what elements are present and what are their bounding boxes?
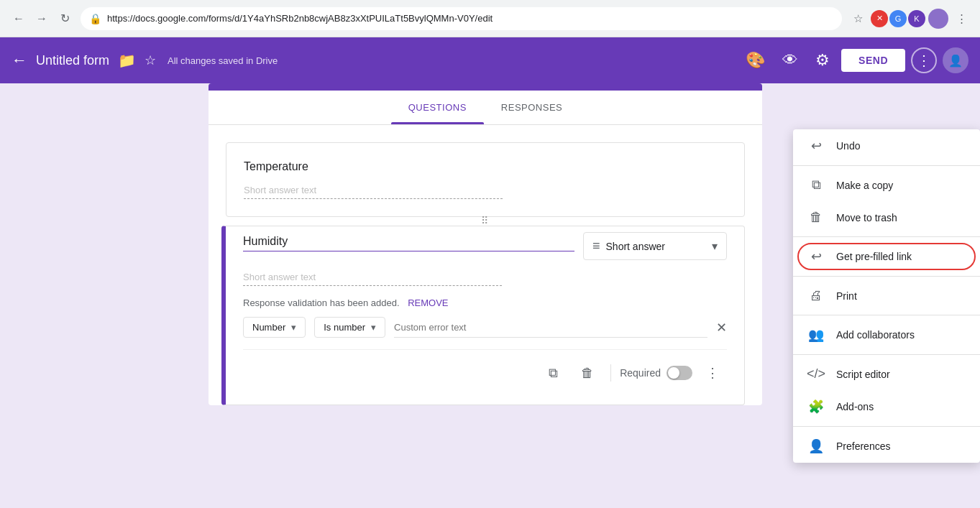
bookmark-button[interactable]: ☆ <box>848 9 868 29</box>
collaborators-label: Add collaborators <box>836 329 915 341</box>
back-button[interactable]: ← <box>9 9 29 29</box>
clear-validation-button[interactable]: ✕ <box>716 320 727 336</box>
left-panel <box>0 83 209 508</box>
number-type-arrow: ▾ <box>291 322 296 333</box>
collaborators-icon: 👥 <box>807 327 825 343</box>
menu-item-trash[interactable]: 🗑 Move to trash <box>793 201 980 234</box>
question-more-button[interactable]: ⋮ <box>698 359 727 387</box>
lock-icon: 🔒 <box>89 13 101 24</box>
menu-divider-2 <box>793 236 980 237</box>
question1-title: Temperature <box>244 160 727 173</box>
question-type-selector[interactable]: ≡ Short answer ▾ <box>583 232 727 260</box>
delete-question-button[interactable]: 🗑 <box>573 359 602 387</box>
selector-dropdown-icon: ▾ <box>712 239 718 253</box>
menu-item-undo[interactable]: ↩ Undo <box>793 129 980 162</box>
tab-questions[interactable]: QUESTIONS <box>391 91 484 124</box>
prefilled-label: Get pre-filled link <box>836 251 912 262</box>
condition-dropdown[interactable]: Is number ▾ <box>314 317 385 338</box>
form-panel: QUESTIONS RESPONSES Temperature Short an… <box>209 83 762 405</box>
back-to-forms-button[interactable]: ← <box>12 51 27 70</box>
menu-item-preferences[interactable]: 👤 Preferences <box>793 430 980 463</box>
script-icon: </> <box>807 366 825 382</box>
script-label: Script editor <box>836 369 890 380</box>
reload-button[interactable]: ↻ <box>55 9 75 29</box>
menu-item-print[interactable]: 🖨 Print <box>793 280 980 312</box>
settings-button[interactable]: ⚙ <box>810 45 835 75</box>
app-header: ← Untitled form 📁 ☆ All changes saved in… <box>0 37 980 83</box>
form-tabs: QUESTIONS RESPONSES <box>209 91 762 125</box>
dropdown-menu: ↩ Undo ⧉ Make a copy 🗑 Move to trash ↩ G… <box>793 129 980 463</box>
menu-divider-4 <box>793 315 980 315</box>
drag-handle[interactable]: ⠿ <box>481 215 490 226</box>
addons-label: Add-ons <box>836 401 874 412</box>
ext-icon-2: G <box>889 10 907 27</box>
duplicate-question-button[interactable]: ⧉ <box>539 359 567 387</box>
trash-icon: 🗑 <box>807 210 825 225</box>
condition-arrow: ▾ <box>371 322 376 333</box>
trash-label: Move to trash <box>836 212 897 223</box>
send-button[interactable]: SEND <box>841 49 905 72</box>
ext-icon-3: K <box>908 10 925 27</box>
folder-button[interactable]: 📁 <box>118 52 136 69</box>
browser-bar: ← → ↻ 🔒 https://docs.google.com/forms/d/… <box>0 0 980 37</box>
menu-divider-3 <box>793 276 980 277</box>
addons-icon: 🧩 <box>807 399 825 415</box>
copy-icon: ⧉ <box>807 177 825 193</box>
prefilled-icon: ↩ <box>807 249 825 264</box>
menu-divider-5 <box>793 354 980 355</box>
question1-answer-line: Short answer text <box>244 185 503 199</box>
validation-controls: Number ▾ Is number ▾ ✕ <box>243 317 727 338</box>
preferences-label: Preferences <box>836 440 890 452</box>
palette-button[interactable]: 🎨 <box>740 45 771 75</box>
toggle-knob <box>668 367 679 379</box>
saved-status: All changes saved in Drive <box>168 55 278 66</box>
form-area: QUESTIONS RESPONSES Temperature Short an… <box>209 83 762 508</box>
menu-divider-1 <box>793 165 980 166</box>
user-profile-small[interactable] <box>928 9 948 29</box>
star-button[interactable]: ☆ <box>145 52 156 68</box>
more-options-button[interactable]: ⋮ <box>911 47 937 73</box>
condition-label: Is number <box>324 322 365 333</box>
number-type-label: Number <box>252 322 285 333</box>
question-row: ≡ Short answer ▾ <box>243 232 727 260</box>
ext-icon-1: ✕ <box>871 10 888 27</box>
question-input-area <box>243 232 574 251</box>
footer-divider <box>610 364 611 382</box>
menu-item-prefilled[interactable]: ↩ Get pre-filled link <box>793 240 980 273</box>
tab-responses[interactable]: RESPONSES <box>484 91 580 124</box>
question-card-temperature: Temperature Short answer text <box>226 142 745 217</box>
menu-item-make-copy[interactable]: ⧉ Make a copy <box>793 169 980 201</box>
forward-button[interactable]: → <box>32 9 52 29</box>
number-type-dropdown[interactable]: Number ▾ <box>243 317 306 338</box>
undo-icon: ↩ <box>807 138 825 154</box>
user-avatar[interactable]: 👤 <box>943 47 968 73</box>
make-copy-label: Make a copy <box>836 180 893 191</box>
form-accent-bar <box>209 83 762 91</box>
required-label: Required <box>620 367 661 379</box>
card-footer: ⧉ 🗑 Required ⋮ <box>243 349 727 387</box>
menu-item-collaborators[interactable]: 👥 Add collaborators <box>793 318 980 351</box>
menu-item-addons[interactable]: 🧩 Add-ons <box>793 390 980 423</box>
validation-row: Response validation has been added. REMO… <box>243 297 727 308</box>
validation-text: Response validation has been added. <box>243 297 400 308</box>
menu-divider-6 <box>793 426 980 427</box>
required-toggle[interactable] <box>667 366 692 380</box>
preview-button[interactable]: 👁 <box>777 45 804 75</box>
print-icon: 🖨 <box>807 288 825 303</box>
main-content: QUESTIONS RESPONSES Temperature Short an… <box>0 83 980 508</box>
print-label: Print <box>836 290 857 302</box>
question2-answer-line: Short answer text <box>243 272 502 286</box>
question2-title-input[interactable] <box>243 232 574 251</box>
remove-validation-link[interactable]: REMOVE <box>408 297 448 308</box>
form-title: Untitled form <box>36 53 109 68</box>
address-bar[interactable]: 🔒 https://docs.google.com/forms/d/1Y4aYh… <box>81 7 842 30</box>
error-text-input[interactable] <box>394 318 707 338</box>
short-answer-icon: ≡ <box>592 239 600 254</box>
preferences-icon: 👤 <box>807 438 825 454</box>
url-text: https://docs.google.com/forms/d/1Y4aYhSR… <box>107 13 493 24</box>
undo-label: Undo <box>836 140 860 152</box>
more-browser-button[interactable]: ⋮ <box>951 9 971 29</box>
menu-item-script[interactable]: </> Script editor <box>793 358 980 390</box>
question-card-humidity: ⠿ ≡ Short answer ▾ Short answer text Re <box>221 226 745 405</box>
type-selector-label: Short answer <box>606 241 706 252</box>
